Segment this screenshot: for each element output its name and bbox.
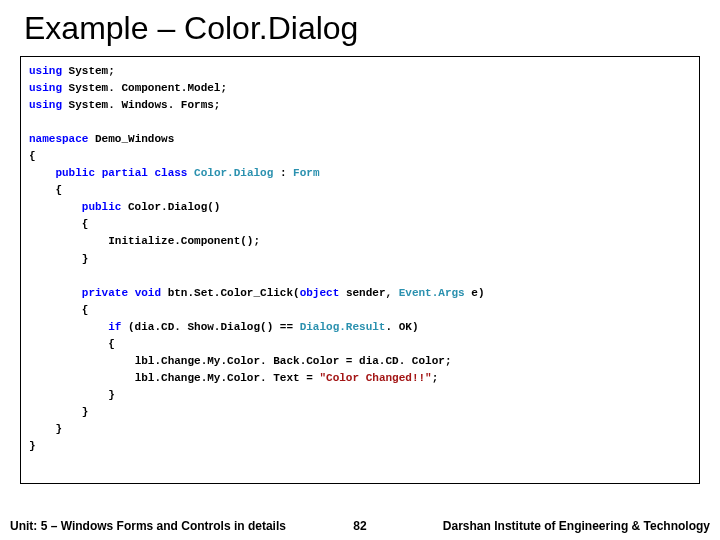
brace: } [55, 423, 62, 435]
kw-if: if [108, 321, 121, 333]
kw-public: public [55, 167, 95, 179]
kw-using: using [29, 82, 62, 94]
code-text: sender, [339, 287, 398, 299]
brace: { [108, 338, 115, 350]
kw-public: public [82, 201, 122, 213]
footer-page: 82 [353, 519, 366, 533]
cls-form: Form [293, 167, 319, 179]
brace: } [82, 253, 89, 265]
kw-using: using [29, 99, 62, 111]
code-text: System; [62, 65, 115, 77]
code-text: System. Component.Model; [62, 82, 227, 94]
cls-eventargs: Event.Args [399, 287, 465, 299]
code-text: lbl.Change.My.Color. Back.Color = dia.CD… [135, 355, 452, 367]
brace: { [82, 218, 89, 230]
code-text: ; [432, 372, 439, 384]
brace: } [29, 440, 36, 452]
brace: } [108, 389, 115, 401]
slide: Example – Color.Dialog using System; usi… [0, 0, 720, 540]
code-text: Color.Dialog() [121, 201, 220, 213]
brace: { [29, 150, 36, 162]
code-text: btn.Set.Color_Click( [161, 287, 300, 299]
footer-unit: Unit: 5 – Windows Forms and Controls in … [10, 519, 286, 533]
kw-using: using [29, 65, 62, 77]
string-literal: "Color Changed!!" [319, 372, 431, 384]
cls-name: Color.Dialog [194, 167, 273, 179]
footer-institute: Darshan Institute of Engineering & Techn… [443, 519, 710, 533]
code-text: Demo_Windows [88, 133, 174, 145]
brace: { [82, 304, 89, 316]
brace: { [55, 184, 62, 196]
brace: } [82, 406, 89, 418]
code-box: using System; using System. Component.Mo… [20, 56, 700, 484]
cls-dialogresult: Dialog.Result [300, 321, 386, 333]
code-text: e) [465, 287, 485, 299]
kw-private: private [82, 287, 128, 299]
code-text: : [273, 167, 293, 179]
code-text: . OK) [385, 321, 418, 333]
kw-partial: partial [102, 167, 148, 179]
code-text: Initialize.Component(); [108, 235, 260, 247]
slide-title: Example – Color.Dialog [24, 10, 358, 47]
kw-namespace: namespace [29, 133, 88, 145]
code-text: System. Windows. Forms; [62, 99, 220, 111]
kw-object: object [300, 287, 340, 299]
footer: Unit: 5 – Windows Forms and Controls in … [0, 512, 720, 540]
kw-class: class [154, 167, 187, 179]
kw-void: void [135, 287, 161, 299]
code-text: lbl.Change.My.Color. Text = [135, 372, 320, 384]
code-text: (dia.CD. Show.Dialog() == [121, 321, 299, 333]
